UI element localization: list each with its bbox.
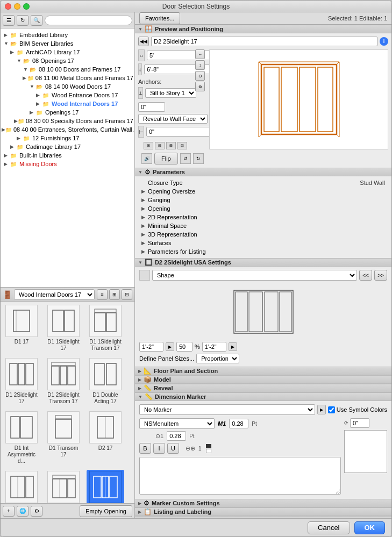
- door-item-d1-2sidelight[interactable]: D1 2Sidelight 17: [3, 357, 40, 406]
- search-icon[interactable]: 🔍: [31, 15, 42, 26]
- close-button[interactable]: [5, 3, 11, 10]
- ns-menu-dropdown[interactable]: NSMenuItem: [139, 418, 215, 429]
- tree-item-08specialty[interactable]: ▶ 08 30 00 Specialty Doors and Frames 17: [1, 117, 134, 125]
- panel-play-btn2[interactable]: ▶: [229, 342, 237, 351]
- tree-item-08metal[interactable]: ▶ 08 11 00 Metal Doors and Frames 17: [1, 74, 134, 82]
- tree-item-08wood[interactable]: ▼ 08 14 00 Wood Doors 17: [1, 82, 134, 91]
- door-item-d2-2sidelight[interactable]: D2 2Sidelight 17: [87, 470, 124, 503]
- info-button[interactable]: i: [380, 37, 388, 46]
- flip-button[interactable]: Flip: [154, 153, 178, 164]
- panel-right-input[interactable]: [202, 342, 226, 352]
- shape-next-btn[interactable]: >>: [374, 270, 387, 281]
- param-2d-rep[interactable]: ▶ 2D Representation: [139, 213, 387, 221]
- toggle2-btn[interactable]: ⊟: [155, 142, 165, 149]
- tree-item-archicad[interactable]: ▶ ArchiCAD Library 17: [1, 48, 134, 56]
- tree-item-embedded[interactable]: ▶ Embedded Library: [1, 31, 134, 39]
- nav-prev-button[interactable]: ◀◀: [138, 37, 149, 46]
- empty-opening-button[interactable]: Empty Opening: [80, 505, 132, 517]
- marker-dropdown[interactable]: No Marker: [139, 404, 315, 415]
- tree-item-12furnishings[interactable]: ▶ 12 Furnishings 17: [1, 134, 134, 142]
- define-dropdown[interactable]: Proportion: [196, 354, 239, 363]
- door-item-d2-1sidelight[interactable]: D2 1Sidelight 17: [3, 470, 40, 503]
- favorites-button[interactable]: Favorites...: [139, 12, 180, 24]
- tree-item-08entrances[interactable]: ▶ 08 40 00 Entrances, Storefronts, Curta…: [1, 125, 134, 134]
- maximize-button[interactable]: [23, 3, 30, 10]
- param-3d-rep[interactable]: ▶ 3D Representation: [139, 230, 387, 239]
- settings-icon[interactable]: ⚙: [31, 506, 42, 517]
- m1-value-input[interactable]: [229, 419, 248, 428]
- add-library-icon[interactable]: +: [3, 506, 15, 517]
- underline-button[interactable]: U: [167, 443, 179, 454]
- toggle3-btn[interactable]: ⊠: [166, 142, 176, 149]
- toggle4-btn[interactable]: ⊡: [177, 142, 187, 149]
- section-header-dim-marker[interactable]: ▼ 📏 Dimension Marker: [135, 392, 391, 401]
- cancel-button[interactable]: Cancel: [308, 521, 350, 534]
- param-opening[interactable]: ▶ Opening: [139, 204, 387, 213]
- use-symbol-checkbox[interactable]: [328, 406, 335, 413]
- section-header-preview[interactable]: ▼ 🪟 Preview and Positioning: [135, 25, 391, 33]
- side-btn-4[interactable]: ⊚: [195, 82, 205, 91]
- offset-field-input[interactable]: [350, 418, 369, 428]
- section-header-listing[interactable]: ▶ 📋 Listing and Labeling: [135, 507, 391, 516]
- ok-button[interactable]: OK: [354, 521, 386, 534]
- door-item-d1-transom[interactable]: D1 Transom 17: [45, 410, 82, 466]
- param-closure-type[interactable]: Closure Type Stud Wall: [139, 178, 387, 187]
- category-dropdown[interactable]: Wood Internal Doors 17: [14, 289, 95, 300]
- grid-view-btn[interactable]: ⊞: [109, 289, 120, 300]
- bold-button[interactable]: B: [139, 443, 151, 454]
- panel-play-btn[interactable]: ▶: [166, 342, 174, 351]
- section-header-model[interactable]: ▶ 📦 Model: [135, 375, 391, 384]
- offset1-input[interactable]: [138, 102, 165, 112]
- door-item-d1-int[interactable]: D1 Int Asymmetric d...: [3, 410, 40, 466]
- view-icon[interactable]: ☰: [3, 15, 15, 26]
- door-item-d1-sidelight[interactable]: D1 1Sidelight 17: [45, 304, 82, 353]
- text-preview-area[interactable]: [139, 457, 341, 495]
- door-item-d1-sidelight-transom[interactable]: D1 1Sidelight Transom 17: [87, 304, 124, 353]
- door-item-d2[interactable]: D2 17: [87, 410, 124, 466]
- side-btn-3[interactable]: ⊙: [195, 71, 205, 81]
- door-item-d2-1sidelight-t[interactable]: D2 1Sidelight Transom 17: [45, 470, 82, 503]
- section-header-reveal[interactable]: ▶ 📏 Reveal: [135, 384, 391, 392]
- speaker-icon[interactable]: 🔊: [141, 153, 152, 164]
- tree-item-openings17[interactable]: ▶ Openings 17: [1, 108, 134, 117]
- tree-item-missing[interactable]: ▶ Missing Doors: [1, 160, 134, 168]
- list-view-btn[interactable]: ≡: [97, 289, 108, 300]
- italic-button[interactable]: I: [153, 443, 165, 454]
- globe-icon[interactable]: 🌐: [17, 506, 28, 517]
- section-header-marker-custom[interactable]: ▶ ⚙ Marker Custom Settings: [135, 499, 391, 507]
- panel-pct-input[interactable]: [176, 342, 193, 352]
- detail-view-btn[interactable]: ⊟: [122, 289, 132, 300]
- rotate-icon[interactable]: ↺: [180, 153, 191, 164]
- side-btn-1[interactable]: ↔: [195, 49, 205, 59]
- param-minimal-space[interactable]: ▶ Minimal Space: [139, 221, 387, 230]
- shape-dropdown[interactable]: Shape: [152, 270, 357, 281]
- anchor-dropdown[interactable]: Sill to Story 1: [145, 88, 196, 98]
- tree-item-woodinternal[interactable]: ▶ Wood Internal Doors 17: [1, 99, 134, 108]
- param-surfaces[interactable]: ▶ Surfaces: [139, 239, 387, 247]
- panel-left-input[interactable]: [139, 342, 163, 352]
- side-btn-2[interactable]: ↕: [195, 60, 205, 70]
- section-header-d2[interactable]: ▼ 🔲 D2 2Sidelight USA Settings: [135, 258, 391, 267]
- param-opening-oversize[interactable]: ▶ Opening Oversize: [139, 187, 387, 196]
- door-item-d1-double[interactable]: D1 Double Acting 17: [87, 357, 124, 406]
- param-ganging[interactable]: ▶ Ganging: [139, 196, 387, 204]
- minimize-button[interactable]: [14, 3, 20, 10]
- refresh-icon[interactable]: ↻: [17, 15, 28, 26]
- tree-item-bim[interactable]: ▼ BIM Server Libraries: [1, 39, 134, 48]
- door-item-d1-2sidelight-t[interactable]: D1 2Sidelight Transom 17: [45, 357, 82, 406]
- tree-item-cadimage[interactable]: ▶ Cadimage Library 17: [1, 142, 134, 151]
- door-item-d1[interactable]: D1 17: [3, 304, 40, 353]
- pt2-value-input[interactable]: [167, 431, 186, 441]
- search-input[interactable]: [45, 16, 132, 25]
- tree-item-08doors[interactable]: ▼ 08 10 00 Doors and Frames 17: [1, 65, 134, 74]
- tree-item-08openings[interactable]: ▼ 08 Openings 17: [1, 56, 134, 65]
- tree-item-builtin[interactable]: ▶ Built-in Libraries: [1, 151, 134, 160]
- param-listing[interactable]: ▶ Parameters for Listing: [139, 247, 387, 256]
- marker-play-btn[interactable]: ▶: [317, 405, 326, 414]
- section-header-floor-plan[interactable]: ▶ 📐 Floor Plan and Section: [135, 367, 391, 375]
- tree-item-woodentrance[interactable]: ▶ Wood Entrance Doors 17: [1, 91, 134, 99]
- rotate2-icon[interactable]: ↻: [193, 153, 204, 164]
- shape-prev-btn[interactable]: <<: [359, 270, 372, 281]
- section-header-params[interactable]: ▼ ⚙ Parameters: [135, 168, 391, 176]
- toggle1-btn[interactable]: ⊞: [144, 142, 153, 149]
